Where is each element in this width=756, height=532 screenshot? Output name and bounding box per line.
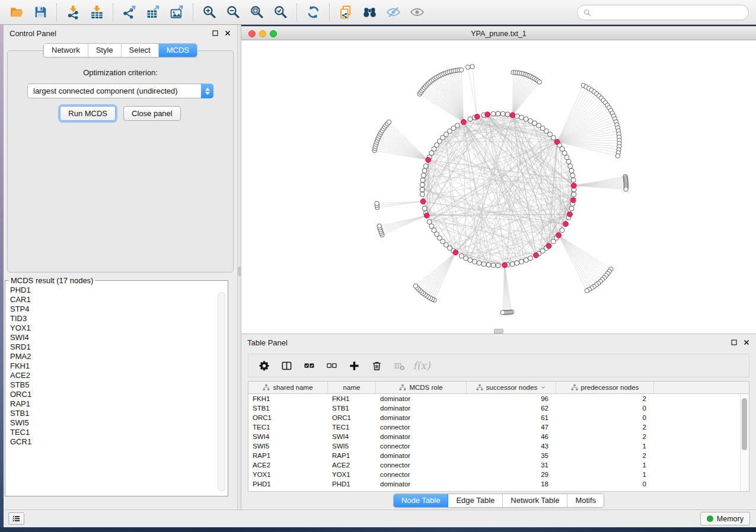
first-neighbors-button[interactable] xyxy=(361,4,378,21)
network-window-title: YPA_prune.txt_1 xyxy=(277,30,720,38)
table-row[interactable]: STB1STB1dominator620 xyxy=(248,403,749,413)
tab-motifs[interactable]: Motifs xyxy=(567,494,604,507)
column-header-name[interactable]: name xyxy=(328,382,376,393)
splitter-grip[interactable] xyxy=(238,267,241,276)
tab-style[interactable]: Style xyxy=(88,44,122,57)
panel-menu-button[interactable] xyxy=(8,512,24,525)
ring-nodes[interactable] xyxy=(420,111,576,268)
mcds-result-item[interactable]: STB1 xyxy=(10,409,228,418)
open-file-button[interactable] xyxy=(8,4,25,21)
memory-button[interactable]: Memory xyxy=(700,512,750,525)
table-row[interactable]: SWI4SWI4dominator462 xyxy=(248,432,749,441)
mcds-result-item[interactable]: PMA2 xyxy=(10,352,228,361)
optimization-criterion-dropdown[interactable]: largest connected component (undirected) xyxy=(27,84,213,98)
select-all-icon xyxy=(304,360,315,371)
float-panel-button[interactable] xyxy=(731,339,738,346)
mcds-result-item[interactable]: GCR1 xyxy=(10,437,228,447)
export-image-button[interactable] xyxy=(168,4,186,21)
table-row[interactable]: RAP1RAP1dominator352 xyxy=(248,451,749,460)
table-row[interactable]: FKH1FKH1dominator962 xyxy=(248,394,749,403)
zoom-selected-button[interactable] xyxy=(272,4,289,21)
network-window-titlebar[interactable]: YPA_prune.txt_1 xyxy=(241,26,756,40)
mcds-result-item[interactable]: ORC1 xyxy=(10,390,228,399)
zoom-window-light[interactable] xyxy=(270,30,277,37)
tab-node-table[interactable]: Node Table xyxy=(394,494,449,507)
cell-name: SWI5 xyxy=(328,441,376,451)
horizontal-splitter-grip[interactable] xyxy=(494,329,503,334)
delete-column-button[interactable] xyxy=(368,357,385,374)
column-header-predecessor-nodes[interactable]: predecessor nodes xyxy=(556,382,654,393)
mcds-result-item[interactable]: RAP1 xyxy=(10,399,228,409)
deselect-all-rows-button[interactable] xyxy=(323,357,340,374)
table-row[interactable]: ACE2ACE2connector311 xyxy=(248,460,749,470)
column-label: shared name xyxy=(273,384,312,391)
float-panel-button[interactable] xyxy=(212,30,219,37)
search-input[interactable] xyxy=(595,8,743,18)
search-box[interactable] xyxy=(577,5,749,20)
tab-mcds[interactable]: MCDS xyxy=(159,44,197,57)
minimize-window-light[interactable] xyxy=(259,30,266,37)
table-scrollbar[interactable] xyxy=(740,394,749,491)
mcds-result-list[interactable]: PHD1CAR1STP4TID3YOX1SWI4SRD1PMA2FKH1ACE2… xyxy=(5,285,228,481)
add-column-button[interactable] xyxy=(346,357,362,374)
mcds-list-scrollbar[interactable] xyxy=(218,292,225,491)
export-table-button[interactable] xyxy=(144,4,162,21)
mcds-result-item[interactable]: TID3 xyxy=(10,314,228,323)
run-mcds-button[interactable]: Run MCDS xyxy=(60,106,116,121)
binoculars-icon xyxy=(362,5,377,20)
show-all-button[interactable] xyxy=(408,4,426,21)
close-panel-button[interactable]: Close panel xyxy=(123,106,181,121)
mcds-result-item[interactable]: SWI5 xyxy=(10,418,228,428)
column-visibility-button[interactable] xyxy=(278,357,295,374)
tab-network[interactable]: Network xyxy=(44,44,88,57)
table-row[interactable]: YOX1YOX1connector291 xyxy=(248,470,749,479)
dropdown-stepper[interactable] xyxy=(201,84,213,98)
zoom-out-button[interactable] xyxy=(224,4,242,21)
duplicate-network-button[interactable] xyxy=(337,4,355,21)
mcds-result-item[interactable]: SWI4 xyxy=(10,333,228,342)
zoom-in-button[interactable] xyxy=(200,4,218,21)
cell-successor-nodes: 29 xyxy=(467,470,556,479)
mcds-result-item[interactable]: FKH1 xyxy=(10,361,228,371)
mcds-result-item[interactable]: PHD1 xyxy=(10,286,228,295)
save-session-button[interactable] xyxy=(31,4,49,21)
vertical-splitter[interactable] xyxy=(237,25,241,509)
close-panel-button[interactable] xyxy=(743,339,750,346)
export-network-button[interactable] xyxy=(120,4,138,21)
mcds-result-item[interactable]: STB5 xyxy=(10,380,228,390)
tab-network-table[interactable]: Network Table xyxy=(503,494,567,507)
table-row[interactable]: ORC1ORC1dominator610 xyxy=(248,413,749,422)
tab-edge-table[interactable]: Edge Table xyxy=(448,494,503,507)
mcds-result-item[interactable]: YOX1 xyxy=(10,323,228,333)
table-row[interactable]: PHD1PHD1dominator180 xyxy=(248,479,749,489)
zoom-fit-button[interactable] xyxy=(248,4,266,21)
mcds-result-item[interactable]: SRD1 xyxy=(10,342,228,352)
column-header-successor-nodes[interactable]: successor nodes xyxy=(467,382,556,393)
close-panel-button[interactable] xyxy=(224,30,231,37)
column-header-shared-name[interactable]: shared name xyxy=(248,382,328,393)
table-settings-button[interactable] xyxy=(256,357,272,374)
cell-mcds-role: connector xyxy=(376,470,467,479)
table-row[interactable]: TEC1TEC1connector472 xyxy=(248,422,749,432)
table-row[interactable]: SWI5SWI5connector431 xyxy=(248,441,749,451)
scrollbar-thumb[interactable] xyxy=(742,398,747,450)
import-table-button[interactable] xyxy=(88,4,106,21)
refresh-icon xyxy=(306,5,321,20)
column-label: name xyxy=(343,384,361,391)
import-network-button[interactable] xyxy=(64,4,82,21)
network-canvas[interactable] xyxy=(241,40,756,334)
mcds-result-item[interactable]: CAR1 xyxy=(10,295,228,305)
cell-successor-nodes: 46 xyxy=(467,432,556,441)
mcds-result-item[interactable]: TEC1 xyxy=(10,428,228,437)
column-header-mcds-role[interactable]: MCDS role xyxy=(376,382,467,393)
cell-successor-nodes: 31 xyxy=(467,460,556,470)
select-all-rows-button[interactable] xyxy=(301,357,317,374)
mcds-result-item[interactable]: STP4 xyxy=(10,305,228,314)
refresh-button[interactable] xyxy=(304,4,322,21)
tab-select[interactable]: Select xyxy=(122,44,159,57)
import-network-icon xyxy=(66,5,81,20)
hide-selected-button[interactable] xyxy=(384,4,402,21)
mcds-result-item[interactable]: ACE2 xyxy=(10,371,228,380)
close-window-light[interactable] xyxy=(248,30,256,37)
sitemap-icon xyxy=(399,384,406,391)
